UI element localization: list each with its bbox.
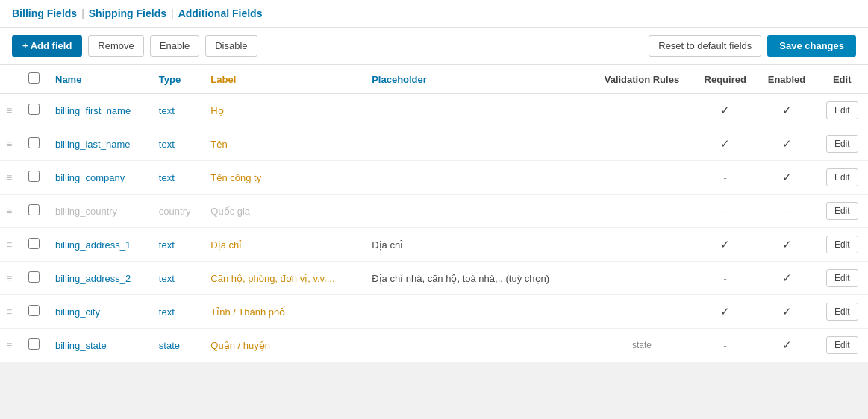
required-check-icon: ✓ bbox=[720, 238, 730, 251]
table-row: ≡billing_first_nametextHọ✓✓Edit bbox=[0, 94, 868, 127]
shipping-fields-link[interactable]: Shipping Fields bbox=[89, 7, 166, 19]
edit-button[interactable]: Edit bbox=[826, 168, 858, 186]
row-validation bbox=[590, 195, 693, 228]
row-enabled: ✓ bbox=[758, 262, 817, 295]
table-row: ≡billing_citytextTỉnh / Thành phố✓✓Edit bbox=[0, 295, 868, 329]
sep2: | bbox=[171, 7, 174, 19]
drag-handle[interactable]: ≡ bbox=[0, 262, 22, 295]
drag-handle[interactable]: ≡ bbox=[0, 195, 22, 228]
required-check-icon: ✓ bbox=[720, 137, 730, 150]
row-type: text bbox=[153, 127, 204, 161]
col-header-drag bbox=[0, 65, 22, 94]
row-type: state bbox=[153, 329, 204, 362]
col-header-check bbox=[22, 65, 49, 94]
drag-handle[interactable]: ≡ bbox=[0, 161, 22, 195]
col-header-label: Label bbox=[204, 65, 366, 94]
row-checkbox[interactable] bbox=[28, 137, 40, 148]
row-validation bbox=[590, 161, 693, 195]
col-header-name: Name bbox=[49, 65, 153, 94]
drag-icon: ≡ bbox=[6, 104, 12, 116]
row-type: text bbox=[153, 262, 204, 295]
save-button[interactable]: Save changes bbox=[767, 35, 856, 57]
row-checkbox-cell bbox=[22, 262, 49, 295]
enabled-check-icon: ✓ bbox=[782, 305, 792, 318]
row-validation bbox=[590, 127, 693, 161]
drag-handle[interactable]: ≡ bbox=[0, 228, 22, 262]
table-header-row: Name Type Label Placeholder Validation R… bbox=[0, 65, 868, 94]
row-name: billing_company bbox=[49, 161, 153, 195]
row-checkbox[interactable] bbox=[28, 204, 40, 215]
row-label: Quận / huyện bbox=[204, 329, 366, 362]
row-placeholder bbox=[366, 329, 590, 362]
drag-handle[interactable]: ≡ bbox=[0, 127, 22, 161]
row-validation bbox=[590, 94, 693, 127]
row-checkbox[interactable] bbox=[28, 104, 40, 115]
row-type: text bbox=[153, 228, 204, 262]
table-row: ≡billing_address_2textCăn hộ, phòng, đơn… bbox=[0, 262, 868, 295]
billing-fields-link[interactable]: Billing Fields bbox=[12, 7, 77, 19]
row-checkbox[interactable] bbox=[28, 271, 40, 283]
row-required: ✓ bbox=[693, 228, 758, 262]
disable-button[interactable]: Disable bbox=[205, 35, 257, 57]
page-wrap: Billing Fields | Shipping Fields | Addit… bbox=[0, 0, 868, 362]
row-label: Họ bbox=[204, 94, 366, 127]
row-validation: state bbox=[590, 329, 693, 362]
edit-button[interactable]: Edit bbox=[826, 135, 858, 153]
row-checkbox[interactable] bbox=[28, 171, 40, 182]
col-header-required: Required bbox=[693, 65, 758, 94]
drag-handle[interactable]: ≡ bbox=[0, 94, 22, 127]
table-container: Name Type Label Placeholder Validation R… bbox=[0, 65, 868, 362]
col-header-validation: Validation Rules bbox=[590, 65, 693, 94]
additional-fields-link[interactable]: Additional Fields bbox=[178, 7, 263, 19]
edit-button[interactable]: Edit bbox=[826, 303, 858, 321]
row-placeholder bbox=[366, 195, 590, 228]
row-label: Quốc gia bbox=[204, 195, 366, 228]
drag-handle[interactable]: ≡ bbox=[0, 295, 22, 329]
drag-icon: ≡ bbox=[6, 339, 12, 351]
row-enabled: ✓ bbox=[758, 228, 817, 262]
row-label: Căn hộ, phòng, đơn vị, v.v.... bbox=[204, 262, 366, 295]
edit-button[interactable]: Edit bbox=[826, 101, 858, 119]
row-enabled: ✓ bbox=[758, 161, 817, 195]
drag-icon: ≡ bbox=[6, 138, 12, 150]
remove-button[interactable]: Remove bbox=[88, 35, 143, 57]
enable-button[interactable]: Enable bbox=[150, 35, 199, 57]
row-checkbox-cell bbox=[22, 94, 49, 127]
row-edit-cell: Edit bbox=[816, 127, 868, 161]
row-enabled: ✓ bbox=[758, 329, 817, 362]
row-checkbox[interactable] bbox=[28, 338, 40, 350]
row-placeholder: Địa chỉ bbox=[366, 228, 590, 262]
row-checkbox[interactable] bbox=[28, 238, 40, 249]
drag-handle[interactable]: ≡ bbox=[0, 329, 22, 362]
right-buttons: Reset to default fields Save changes bbox=[649, 35, 856, 57]
required-dash: - bbox=[724, 273, 727, 284]
edit-button[interactable]: Edit bbox=[826, 236, 858, 253]
required-dash: - bbox=[724, 172, 727, 183]
col-header-type: Type bbox=[153, 65, 204, 94]
col-header-enabled: Enabled bbox=[758, 65, 817, 94]
row-label: Địa chỉ bbox=[204, 228, 366, 262]
row-checkbox-cell bbox=[22, 127, 49, 161]
row-checkbox[interactable] bbox=[28, 305, 40, 316]
edit-button[interactable]: Edit bbox=[826, 269, 858, 287]
row-enabled: ✓ bbox=[758, 94, 817, 127]
select-all-checkbox[interactable] bbox=[28, 72, 40, 84]
add-field-button[interactable]: + Add field bbox=[12, 35, 82, 57]
fields-table: Name Type Label Placeholder Validation R… bbox=[0, 65, 868, 362]
row-name: billing_country bbox=[49, 195, 153, 228]
drag-icon: ≡ bbox=[6, 272, 12, 284]
row-validation bbox=[590, 228, 693, 262]
row-edit-cell: Edit bbox=[816, 262, 868, 295]
row-enabled: ✓ bbox=[758, 127, 817, 161]
reset-button[interactable]: Reset to default fields bbox=[649, 35, 761, 57]
row-label: Tỉnh / Thành phố bbox=[204, 295, 366, 329]
edit-button[interactable]: Edit bbox=[826, 336, 858, 354]
row-required: - bbox=[693, 195, 758, 228]
required-check-icon: ✓ bbox=[720, 104, 730, 116]
drag-icon: ≡ bbox=[6, 205, 12, 217]
row-validation bbox=[590, 262, 693, 295]
row-edit-cell: Edit bbox=[816, 228, 868, 262]
row-name: billing_address_2 bbox=[49, 262, 153, 295]
breadcrumb: Billing Fields | Shipping Fields | Addit… bbox=[0, 0, 868, 28]
edit-button[interactable]: Edit bbox=[826, 202, 858, 220]
